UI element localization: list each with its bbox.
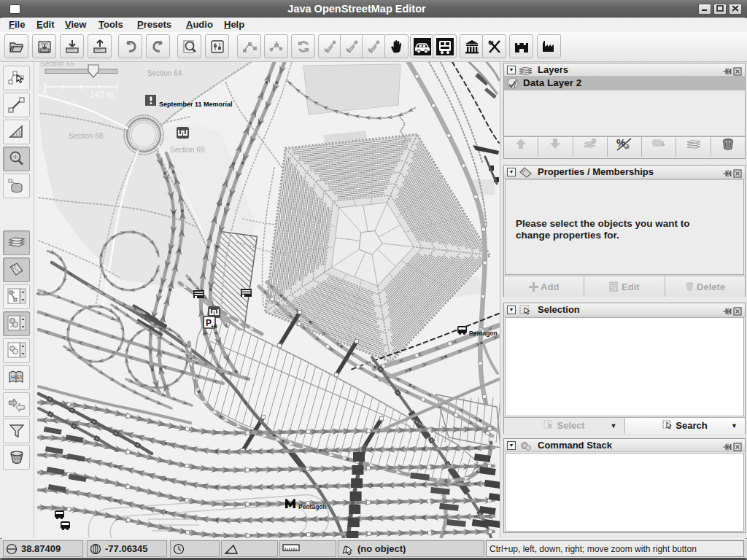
- svg-text:Section 69: Section 69: [170, 146, 205, 154]
- svg-text:Pentagon: Pentagon: [298, 503, 327, 510]
- svg-text:Pentagon: Pentagon: [469, 330, 498, 337]
- svg-text:Section 65: Section 65: [40, 62, 75, 68]
- svg-text:142 m: 142 m: [90, 90, 114, 100]
- svg-text:Section 68: Section 68: [69, 132, 104, 140]
- svg-text:Section 64: Section 64: [147, 69, 182, 77]
- svg-text:HIST: HIST: [11, 375, 23, 380]
- svg-text:+R: +R: [211, 324, 217, 329]
- svg-text:0: 0: [42, 90, 47, 100]
- svg-text:September 11 Memorial: September 11 Memorial: [159, 101, 233, 108]
